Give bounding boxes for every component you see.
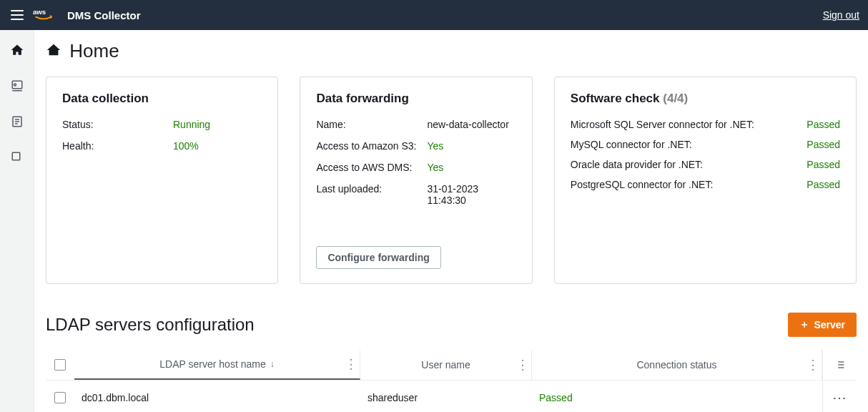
column-settings[interactable] [822,350,857,380]
column-menu-icon[interactable]: ⋮ [345,356,357,372]
status-label: Status: [62,119,173,130]
table-row: dc01.dbm.local shareduser Passed ⋯ [46,381,857,412]
check-label: PostgreSQL connector for .NET: [571,179,713,190]
menu-toggle[interactable] [6,4,29,26]
ldap-table: LDAP server host name↓ ⋮ User name ⋮ Con… [46,350,857,412]
cell-host: dc01.dbm.local [74,381,360,412]
sidebar-home-icon[interactable] [6,39,29,62]
s3-label: Access to Amazon S3: [316,140,427,152]
ldap-section-title: LDAP servers configuration [46,315,255,335]
check-label: Oracle data provider for .NET: [571,159,703,170]
check-status: Passed [807,139,840,150]
app-title: DMS Collector [67,9,141,21]
dms-label: Access to AWS DMS: [316,162,427,173]
topbar: aws DMS Collector Sign out [0,0,868,30]
sign-out-link[interactable]: Sign out [823,9,859,21]
home-icon [46,41,66,62]
configure-forwarding-button[interactable]: Configure forwarding [316,246,440,269]
column-user[interactable]: User name ⋮ [360,350,532,380]
svg-text:aws: aws [33,8,46,16]
cell-user: shareduser [360,381,532,412]
row-actions-button[interactable]: ⋯ [832,389,848,406]
status-value: Running [173,119,262,130]
check-label: MySQL connector for .NET: [571,139,692,150]
plus-icon: ＋ [799,318,809,331]
column-status[interactable]: Connection status ⋮ [532,350,822,380]
check-status: Passed [807,119,840,130]
software-check-card: Software check (4/4) Microsoft SQL Serve… [554,77,857,284]
row-checkbox[interactable] [54,392,66,403]
s3-value: Yes [427,140,516,152]
dms-value: Yes [427,162,516,173]
page-title: Home [46,40,119,62]
add-server-button[interactable]: ＋Server [788,313,857,337]
card-title: Software check (4/4) [571,92,840,106]
sidebar-discovery-icon[interactable] [6,74,29,97]
sort-desc-icon: ↓ [270,359,275,369]
svg-point-2 [14,84,16,86]
table-header: LDAP server host name↓ ⋮ User name ⋮ Con… [46,350,857,381]
data-collection-card: Data collection Status: Running Health: … [46,77,278,284]
name-value: new-data-collector [427,119,516,130]
card-title: Data forwarding [316,92,516,106]
select-all-checkbox[interactable] [54,359,66,371]
card-title: Data collection [62,92,262,106]
software-count: (4/4) [663,92,688,105]
data-forwarding-card: Data forwarding Name: new-data-collector… [300,77,532,284]
sidebar [0,30,34,412]
column-menu-icon[interactable]: ⋮ [516,357,528,373]
health-label: Health: [62,140,173,152]
aws-logo: aws [33,7,59,23]
cell-status: Passed [532,381,822,412]
name-label: Name: [316,119,427,130]
svg-rect-7 [12,152,20,160]
check-status: Passed [807,179,840,190]
sidebar-health-icon[interactable] [6,146,29,169]
column-menu-icon[interactable]: ⋮ [807,357,819,373]
uploaded-label: Last uploaded: [316,183,427,206]
column-host[interactable]: LDAP server host name↓ ⋮ [74,350,360,380]
check-label: Microsoft SQL Server connector for .NET: [571,119,754,130]
health-value: 100% [173,140,262,152]
uploaded-value: 31-01-2023 11:43:30 [427,183,516,206]
check-status: Passed [807,159,840,170]
main-content: Home Data collection Status: Running Hea… [34,30,868,412]
sidebar-inventory-icon[interactable] [6,110,29,133]
